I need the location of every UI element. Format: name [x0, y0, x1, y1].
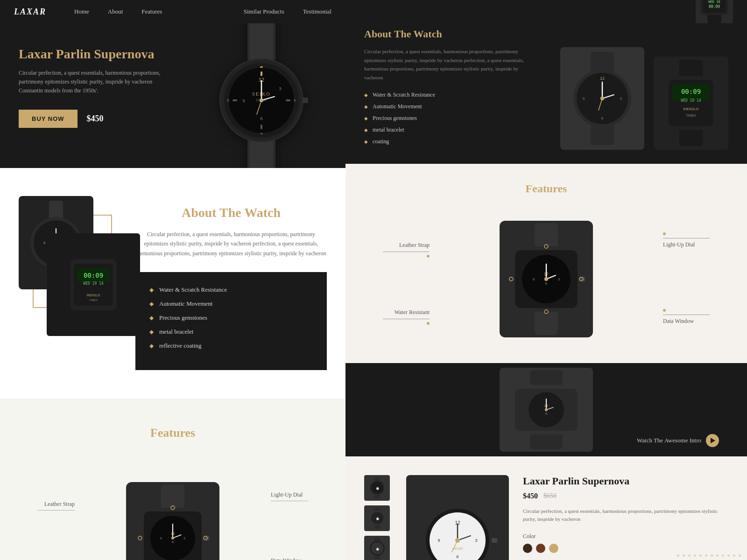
- svg-rect-1: [250, 23, 273, 61]
- svg-text:00:09: 00:09: [681, 88, 701, 95]
- product-thumbnails: ⌚ ⌚ ⌚: [364, 475, 392, 560]
- svg-text:WED 10 14: WED 10 14: [83, 281, 104, 286]
- right-about-description: Circular perfection, a quest essentials,…: [364, 47, 532, 82]
- product-thumb-1[interactable]: ⌚: [364, 475, 390, 501]
- feature-text-coating: reflective coating: [159, 342, 202, 350]
- svg-text:6: 6: [456, 554, 458, 559]
- right-features-watch-center: 12 6 3 9: [500, 221, 593, 337]
- right-top-watch-small: WED 10 00:09: [696, 0, 733, 23]
- brand-logo[interactable]: LAXAR: [14, 7, 46, 17]
- svg-text:⌚: ⌚: [375, 517, 379, 521]
- dots-decoration-right: [677, 554, 742, 560]
- hero-price: $450: [87, 114, 104, 124]
- navigation: LAXAR Home About Features Similar Produc…: [0, 0, 345, 23]
- color-swatch-light[interactable]: [549, 544, 558, 553]
- svg-text:9: 9: [583, 97, 585, 101]
- diamond-icon-coating: ◆: [149, 343, 154, 350]
- feature-item-movement: ◆ Automatic Movement: [149, 300, 313, 308]
- right-feature-coating: ◆ coating: [364, 138, 551, 145]
- logo-text-la: LA: [14, 7, 27, 16]
- svg-text:00:09: 00:09: [709, 5, 720, 9]
- about-content: About The Watch Circular perfection, a q…: [135, 196, 327, 370]
- right-analog-watch-image: 12 6 3 9: [560, 47, 644, 150]
- svg-point-117: [545, 408, 548, 411]
- right-label-leather-strap: Leather Strap: [383, 242, 430, 249]
- svg-text:INDIGLO: INDIGLO: [684, 107, 699, 111]
- right-feature-water: ◆ Water & Scratch Resistance: [364, 91, 551, 98]
- product-section: ⌚ ⌚ ⌚: [345, 456, 747, 560]
- svg-rect-14: [233, 99, 237, 101]
- nav-home[interactable]: Home: [74, 8, 89, 15]
- product-thumb-3[interactable]: ⌚: [364, 536, 390, 560]
- features-section-left: Features for(let i=0;i<144;i++) document…: [0, 398, 345, 560]
- svg-point-81: [600, 97, 604, 100]
- feature-text-gemstones: Precious gemstones: [159, 314, 207, 322]
- svg-rect-13: [261, 125, 262, 129]
- buy-now-button[interactable]: BUY NOW: [19, 110, 78, 128]
- svg-rect-82: [679, 60, 703, 78]
- svg-text:9: 9: [160, 537, 162, 540]
- svg-rect-65: [707, 14, 721, 23]
- product-thumb-2[interactable]: ⌚: [364, 505, 390, 531]
- svg-text:⌚: ⌚: [375, 547, 379, 551]
- product-price-new: $450: [523, 492, 538, 500]
- svg-text:INDIGLO: INDIGLO: [87, 294, 100, 297]
- svg-rect-108: [530, 370, 563, 386]
- diamond-icon-water: ◆: [149, 287, 154, 294]
- feature-text-movement: Automatic Movement: [159, 300, 212, 308]
- right-label-water-resistant: Water Resistant: [383, 309, 430, 316]
- nav-features[interactable]: Features: [141, 8, 162, 15]
- svg-text:3: 3: [183, 537, 185, 540]
- svg-point-25: [260, 98, 263, 102]
- diamond-icon-gemstones: ◆: [149, 315, 154, 322]
- about-title-left: About The Watch: [135, 205, 327, 220]
- svg-text:9: 9: [533, 277, 535, 281]
- feature-item-coating: ◆ reflective coating: [149, 342, 313, 350]
- features-diagram-left: Leather Strap Water Resistant 12 6 3 9: [19, 463, 327, 560]
- video-section: 12 6 Watch The Awesome Intro: [345, 363, 747, 456]
- label-lightup-dial-left: Light-Up Dial: [271, 491, 308, 498]
- diamond-icon-right-coating: ◆: [364, 139, 368, 144]
- hero-section: Laxar Parlin Supernova Circular perfecti…: [0, 23, 345, 168]
- about-watch-images: 12 6 3 9: [19, 196, 121, 370]
- svg-point-145: [455, 538, 460, 543]
- diamond-icon-right-bracelet: ◆: [364, 127, 368, 133]
- svg-text:3: 3: [475, 538, 477, 543]
- right-features-diagram: Leather Strap Water Resistant 12: [364, 214, 728, 344]
- svg-text:3: 3: [558, 277, 560, 281]
- features-list-left: ◆ Water & Scratch Resistance ◆ Automatic…: [135, 272, 327, 370]
- nav-about[interactable]: About: [108, 8, 123, 15]
- feature-text-bracelet: metal bracelet: [159, 328, 193, 336]
- feature-item-water: ◆ Water & Scratch Resistance: [149, 286, 313, 294]
- right-label-lightup-dial: Light-Up Dial: [663, 241, 710, 248]
- svg-rect-109: [530, 433, 563, 449]
- play-button[interactable]: [706, 434, 719, 447]
- hero-description: Circular perfection, a quest essentials,…: [19, 69, 168, 96]
- color-swatch-dark[interactable]: [523, 544, 532, 553]
- nav-testimonial[interactable]: Testimonial: [303, 8, 331, 15]
- about-section-left: 12 6 3 9: [0, 168, 345, 398]
- diamond-icon-bracelet: ◆: [149, 329, 154, 336]
- product-price-old: $650: [543, 492, 557, 500]
- right-feature-text-bracelet: metal bracelet: [373, 126, 404, 133]
- right-feature-movement: ◆ Automatic Movement: [364, 103, 551, 110]
- feature-text-water: Water & Scratch Resistance: [159, 286, 227, 294]
- color-swatch-brown[interactable]: [536, 544, 545, 553]
- svg-text:3: 3: [279, 86, 281, 91]
- nav-similar-products[interactable]: Similar Products: [244, 8, 284, 15]
- right-about-section: WED 10 00:09 About The Watch Circular pe…: [345, 0, 747, 164]
- diamond-icon-movement: ◆: [149, 301, 154, 308]
- features-title-left: Features: [19, 426, 327, 440]
- svg-text:6: 6: [545, 281, 548, 286]
- logo-text-ar: AR: [33, 7, 46, 16]
- svg-text:9: 9: [437, 538, 440, 543]
- svg-rect-15: [286, 99, 290, 101]
- svg-point-102: [544, 277, 548, 281]
- feature-item-bracelet: ◆ metal bracelet: [149, 328, 313, 336]
- svg-point-58: [171, 537, 174, 539]
- right-feature-text-coating: coating: [373, 138, 389, 145]
- feature-item-gemstones: ◆ Precious gemstones: [149, 314, 313, 322]
- svg-text:WED 10: WED 10: [708, 0, 720, 4]
- right-features-list: ◆ Water & Scratch Resistance ◆ Automatic…: [364, 91, 551, 145]
- svg-text:6: 6: [172, 540, 174, 544]
